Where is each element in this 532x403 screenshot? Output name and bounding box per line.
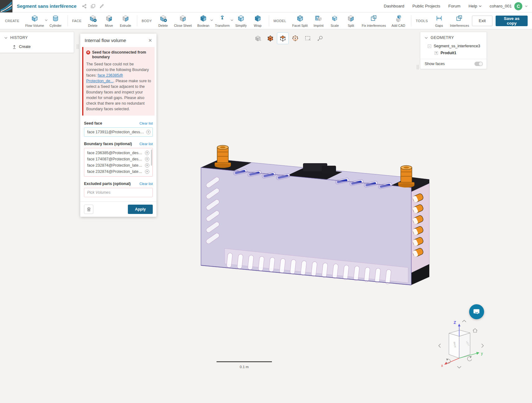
- home-view-icon[interactable]: [473, 329, 477, 332]
- scale-label: 0.1 m: [217, 365, 272, 369]
- face-move-icon: [105, 14, 113, 23]
- box-select-icon: [304, 35, 311, 42]
- nav-forum[interactable]: Forum: [448, 4, 460, 8]
- toolbar-separator: [137, 15, 137, 26]
- boundary-face-item[interactable]: face 232874@Protection_lateral(Pr...✕: [84, 162, 151, 168]
- collapse-chevron-icon[interactable]: [425, 37, 428, 39]
- toolbar-item-label: Move: [105, 24, 113, 27]
- add-cad-icon: [394, 14, 402, 23]
- toolbar-item-split[interactable]: Split: [346, 14, 356, 27]
- user-chevron-down-icon[interactable]: [525, 5, 528, 7]
- support-chat-button[interactable]: [469, 304, 484, 319]
- toolbar-item-scale[interactable]: Scale: [329, 14, 340, 27]
- edit-pencil-icon[interactable]: [100, 4, 104, 8]
- close-icon[interactable]: ✕: [148, 38, 152, 43]
- rotate-down-chevron[interactable]: [457, 366, 461, 368]
- seed-face-input[interactable]: face 173911@Protection_dessus(Pro... ✕: [84, 127, 153, 137]
- select-faces-button[interactable]: [277, 32, 289, 44]
- probe-button[interactable]: [314, 32, 326, 44]
- toolbar-item-move[interactable]: Move: [104, 14, 114, 27]
- delete-operation-button[interactable]: [84, 205, 93, 214]
- boundary-faces-list[interactable]: face 236385@Protection_dessous(P...✕face…: [84, 148, 153, 177]
- help-menu[interactable]: Help: [469, 4, 482, 8]
- toolbar-item-facet-split[interactable]: Facet Split: [292, 14, 308, 27]
- remove-face-icon[interactable]: ✕: [145, 169, 149, 174]
- rotate-up-chevron[interactable]: [462, 320, 466, 322]
- box-select-button[interactable]: [302, 32, 314, 44]
- toolbar-item-transform[interactable]: Transform: [215, 14, 230, 27]
- toolbar-item-label: Extrude: [120, 24, 131, 27]
- toolbar-group-model: MODEL: [273, 19, 286, 23]
- show-faces-toggle[interactable]: [474, 62, 483, 66]
- toolbar-item-wrap[interactable]: Wrap: [252, 14, 263, 27]
- select-volumes-button[interactable]: [264, 32, 276, 44]
- nav-dashboard[interactable]: Dashboard: [384, 4, 404, 8]
- select-vertices-button[interactable]: [289, 32, 301, 44]
- app-logo-icon[interactable]: [0, 0, 12, 12]
- toolbar-item-flow-volume[interactable]: Flow Volume: [25, 14, 44, 27]
- boundary-face-item[interactable]: face 236385@Protection_dessous(P...✕: [84, 150, 151, 156]
- chevron-down-icon[interactable]: [231, 17, 233, 22]
- toolbar-item-label: Simplify: [235, 24, 247, 27]
- chevron-down-icon: [479, 5, 482, 7]
- toolbar-item-close-sheet[interactable]: Close Sheet: [174, 14, 192, 27]
- toolbar-item-add-cad[interactable]: Add CAD: [391, 14, 405, 27]
- remove-face-icon[interactable]: ✕: [145, 163, 149, 168]
- create-step-icon: [12, 45, 16, 49]
- excluded-parts-input[interactable]: Pick Volumes: [84, 188, 153, 197]
- boundary-faces-label: Boundary faces (optional): [84, 142, 132, 146]
- excluded-clear-list-link[interactable]: Clear list: [139, 182, 153, 186]
- toolbar-item-imprint[interactable]: Imprint: [313, 14, 324, 27]
- boundary-face-item[interactable]: face 232874@Protection_lateral(Pr...✕: [84, 168, 151, 175]
- toolbar-item-boolean[interactable]: Boolean: [197, 14, 209, 27]
- nav-public-projects[interactable]: Public Projects: [413, 4, 440, 8]
- toolbar-item-delete[interactable]: Delete: [87, 14, 98, 27]
- show-faces-label: Show faces: [425, 62, 445, 66]
- toolbar-item-simplify[interactable]: Simplify: [235, 14, 247, 27]
- navigation-cube[interactable]: BACK LEFT Z x y: [435, 317, 487, 372]
- boundary-clear-list-link[interactable]: Clear list: [139, 142, 153, 146]
- dialog-resize-handle[interactable]: [77, 44, 78, 49]
- toolbar-item-label: Boolean: [197, 24, 209, 27]
- boundary-face-item[interactable]: face 174087@Protection_dessus(Pr...✕: [84, 156, 151, 162]
- chevron-down-icon[interactable]: [45, 17, 48, 22]
- share-icon[interactable]: [82, 4, 86, 8]
- terminal-right[interactable]: [398, 166, 414, 188]
- terminal-left[interactable]: [215, 145, 231, 168]
- collapse-node-icon[interactable]: −: [428, 45, 431, 48]
- tree-node-produit1[interactable]: + Produit1: [420, 50, 487, 56]
- toolbar-item-gaps[interactable]: Gaps: [434, 14, 444, 27]
- avatar[interactable]: C: [514, 2, 522, 10]
- toolbar-group-face: FACE: [72, 19, 82, 23]
- list-scrollbar[interactable]: [151, 149, 152, 166]
- remove-seed-face-icon[interactable]: ✕: [146, 130, 151, 134]
- collapse-chevron-icon[interactable]: [4, 37, 7, 39]
- expand-node-icon[interactable]: +: [435, 51, 438, 55]
- save-as-copy-button[interactable]: Save as copy: [496, 16, 528, 26]
- toolbar-item-cylinder[interactable]: Cylinder: [49, 14, 62, 27]
- history-item-create[interactable]: Create: [0, 43, 74, 53]
- apply-button[interactable]: Apply: [128, 205, 153, 214]
- isometric-view-button[interactable]: [252, 32, 264, 44]
- rotate-right-chevron[interactable]: [482, 344, 483, 348]
- simplify-icon: [237, 14, 245, 23]
- toolbar-item-fix-interferences[interactable]: Fix interferences: [362, 14, 386, 27]
- toolbar-item-extrude[interactable]: Extrude: [120, 14, 131, 27]
- tree-node-root[interactable]: − Segment_ss_interference3: [420, 43, 487, 50]
- remove-face-icon[interactable]: ✕: [145, 157, 149, 161]
- chevron-down-icon[interactable]: [210, 17, 213, 22]
- 3d-model-battery-segment[interactable]: [194, 139, 433, 288]
- toolbar-item-label: Cylinder: [49, 24, 62, 27]
- seed-clear-list-link[interactable]: Clear list: [139, 121, 153, 125]
- interferences-icon: [455, 14, 463, 23]
- gaps-icon: [435, 14, 443, 23]
- geometry-resize-handle[interactable]: [417, 65, 418, 69]
- boundary-face-name: face 236385@Protection_dessous(P...: [87, 151, 143, 155]
- remove-face-icon[interactable]: ✕: [145, 151, 149, 155]
- toolbar-item-interferences[interactable]: Interferences: [450, 14, 469, 27]
- toolbar-item-label: Gaps: [435, 24, 443, 27]
- exit-button[interactable]: Exit: [472, 16, 493, 26]
- toolbar-item-delete[interactable]: Delete: [158, 14, 168, 27]
- rotate-left-chevron[interactable]: [439, 344, 441, 348]
- copy-icon[interactable]: [91, 4, 95, 8]
